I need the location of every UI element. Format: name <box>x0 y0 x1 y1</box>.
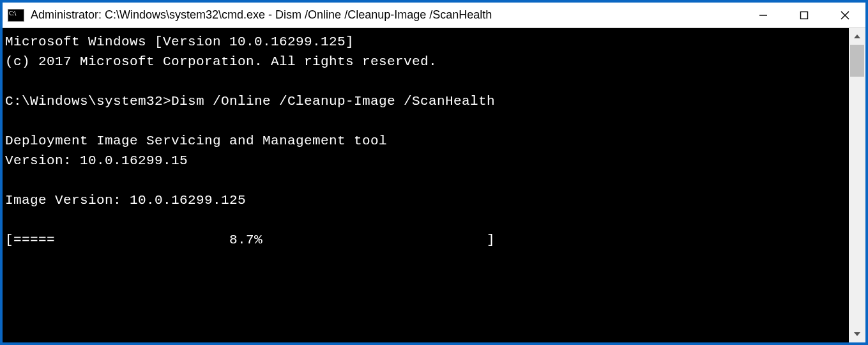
prompt: C:\Windows\system32> <box>5 94 171 109</box>
vertical-scrollbar[interactable] <box>849 28 865 342</box>
close-button[interactable] <box>825 3 865 27</box>
progress-bar: [===== 8.7% ] <box>5 233 495 247</box>
scroll-up-button[interactable] <box>849 28 865 45</box>
image-version-line: Image Version: 10.0.16299.125 <box>5 193 246 208</box>
terminal-output[interactable]: Microsoft Windows [Version 10.0.16299.12… <box>3 28 849 342</box>
window-title: Administrator: C:\Windows\system32\cmd.e… <box>31 8 743 22</box>
scroll-thumb[interactable] <box>850 45 864 77</box>
titlebar[interactable]: Administrator: C:\Windows\system32\cmd.e… <box>3 3 865 28</box>
svg-marker-4 <box>854 34 860 38</box>
minimize-button[interactable] <box>743 3 784 27</box>
svg-marker-5 <box>854 332 860 336</box>
svg-rect-1 <box>801 12 808 19</box>
maximize-button[interactable] <box>784 3 825 27</box>
copyright-line: (c) 2017 Microsoft Corporation. All righ… <box>5 54 437 69</box>
entered-command: Dism /Online /Cleanup-Image /ScanHealth <box>171 94 495 109</box>
scroll-track[interactable] <box>849 45 865 326</box>
scroll-down-button[interactable] <box>849 326 865 342</box>
content-area: Microsoft Windows [Version 10.0.16299.12… <box>3 28 865 342</box>
cmd-icon <box>8 9 24 22</box>
cmd-window: Administrator: C:\Windows\system32\cmd.e… <box>2 2 866 343</box>
os-version-line: Microsoft Windows [Version 10.0.16299.12… <box>5 34 354 49</box>
window-controls <box>743 3 865 27</box>
tool-version-line: Version: 10.0.16299.15 <box>5 153 188 168</box>
tool-name-line: Deployment Image Servicing and Managemen… <box>5 134 387 148</box>
